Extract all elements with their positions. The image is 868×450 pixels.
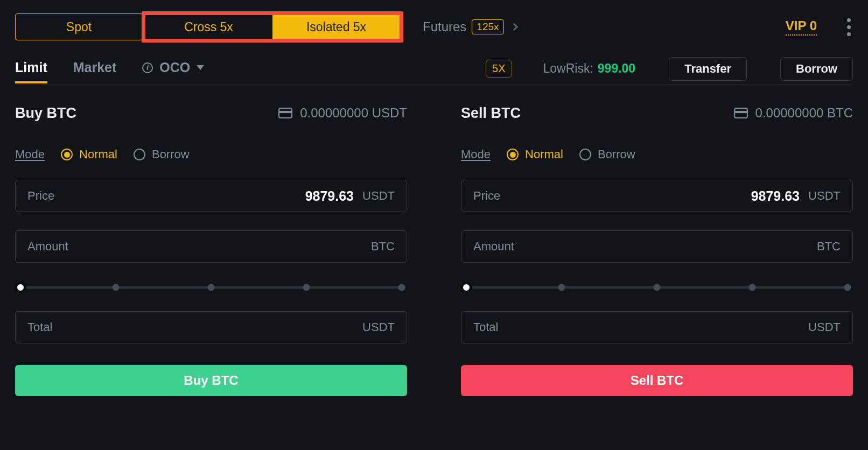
- slider-step-75[interactable]: [303, 284, 310, 291]
- sell-amount-slider[interactable]: [466, 282, 848, 293]
- price-label: Price: [473, 189, 538, 203]
- buy-price-input[interactable]: [92, 188, 362, 205]
- buy-balance: 0.00000000 USDT: [300, 106, 407, 121]
- chevron-right-icon: [510, 23, 518, 31]
- total-unit: USDT: [808, 320, 841, 334]
- sell-balance: 0.00000000 BTC: [755, 106, 853, 121]
- buy-submit-button[interactable]: Buy BTC: [15, 365, 407, 396]
- radio-on-icon: [507, 149, 519, 160]
- transfer-button[interactable]: Transfer: [669, 57, 747, 81]
- buy-total-input[interactable]: [92, 319, 362, 336]
- slider-step-50[interactable]: [208, 284, 215, 291]
- radio-off-icon: [134, 149, 145, 160]
- risk-label: LowRisk:: [543, 61, 593, 76]
- slider-thumb[interactable]: [460, 282, 472, 293]
- sell-mode-normal-radio[interactable]: Normal: [507, 147, 563, 161]
- sell-amount-input[interactable]: [538, 238, 808, 255]
- leverage-badge-5x[interactable]: 5X: [486, 60, 512, 78]
- amount-unit: BTC: [808, 240, 841, 254]
- buy-total-field[interactable]: Total USDT: [15, 311, 407, 343]
- futures-leverage-badge: 125x: [472, 19, 503, 34]
- total-label: Total: [27, 320, 92, 334]
- total-label: Total: [473, 320, 538, 334]
- sell-mode-borrow-radio[interactable]: Borrow: [579, 147, 635, 161]
- buy-mode-normal-radio[interactable]: Normal: [61, 147, 117, 161]
- sell-total-field[interactable]: Total USDT: [461, 311, 853, 343]
- sell-price-field[interactable]: Price USDT: [461, 180, 853, 212]
- slider-step-75[interactable]: [749, 284, 756, 291]
- radio-borrow-label: Borrow: [152, 147, 190, 161]
- sell-amount-field[interactable]: Amount BTC: [461, 230, 853, 263]
- tab-limit[interactable]: Limit: [15, 60, 47, 83]
- svg-rect-1: [279, 111, 292, 113]
- amount-unit: BTC: [362, 240, 395, 254]
- vip-level[interactable]: VIP 0: [786, 18, 817, 36]
- price-unit: USDT: [808, 189, 841, 203]
- amount-label: Amount: [473, 240, 538, 254]
- amount-label: Amount: [27, 240, 92, 254]
- buy-title: Buy BTC: [15, 105, 76, 122]
- tab-market[interactable]: Market: [73, 60, 117, 83]
- risk-value: 999.00: [598, 61, 635, 76]
- more-menu-icon[interactable]: [847, 18, 851, 36]
- slider-step-100[interactable]: [844, 284, 851, 291]
- price-unit: USDT: [362, 189, 395, 203]
- sell-price-input[interactable]: [538, 188, 808, 205]
- wallet-icon: [278, 108, 292, 118]
- slider-thumb[interactable]: [15, 282, 26, 293]
- slider-step-25[interactable]: [113, 284, 120, 291]
- risk-indicator: LowRisk: 999.00: [543, 61, 636, 76]
- mode-label: Mode: [15, 147, 45, 161]
- slider-step-100[interactable]: [398, 284, 405, 291]
- tab-oco-label: OCO: [159, 60, 190, 75]
- buy-price-field[interactable]: Price USDT: [15, 180, 407, 212]
- buy-mode-borrow-radio[interactable]: Borrow: [134, 147, 190, 161]
- info-icon: i: [142, 62, 153, 73]
- slider-step-25[interactable]: [558, 284, 565, 291]
- slider-step-50[interactable]: [654, 284, 661, 291]
- total-unit: USDT: [362, 320, 395, 334]
- borrow-button[interactable]: Borrow: [780, 57, 853, 81]
- buy-panel: Buy BTC 0.00000000 USDT Mode Normal Borr…: [15, 101, 407, 396]
- buy-amount-slider[interactable]: [20, 282, 402, 293]
- chevron-down-icon: [197, 65, 204, 70]
- tab-cross-5x[interactable]: Cross 5x: [145, 13, 272, 40]
- tab-isolated-5x[interactable]: Isolated 5x: [272, 13, 400, 40]
- buy-amount-field[interactable]: Amount BTC: [15, 230, 407, 263]
- radio-off-icon: [579, 149, 591, 160]
- radio-borrow-label: Borrow: [598, 147, 635, 161]
- wallet-icon: [734, 108, 748, 118]
- radio-normal-label: Normal: [79, 147, 117, 161]
- price-label: Price: [27, 189, 92, 203]
- margin-mode-segment: Spot Cross 5x Isolated 5x: [15, 11, 403, 43]
- radio-on-icon: [61, 149, 73, 160]
- sell-panel: Sell BTC 0.00000000 BTC Mode Normal Borr…: [461, 101, 853, 396]
- tab-oco[interactable]: i OCO: [142, 60, 204, 83]
- sell-title: Sell BTC: [461, 105, 521, 122]
- sell-submit-button[interactable]: Sell BTC: [461, 365, 853, 396]
- futures-link[interactable]: Futures 125x: [423, 19, 517, 34]
- tab-spot[interactable]: Spot: [15, 13, 143, 40]
- sell-total-input[interactable]: [538, 319, 808, 336]
- radio-normal-label: Normal: [525, 147, 563, 161]
- buy-amount-input[interactable]: [92, 238, 362, 255]
- svg-rect-3: [734, 111, 747, 113]
- mode-label: Mode: [461, 147, 491, 161]
- futures-label: Futures: [423, 19, 466, 34]
